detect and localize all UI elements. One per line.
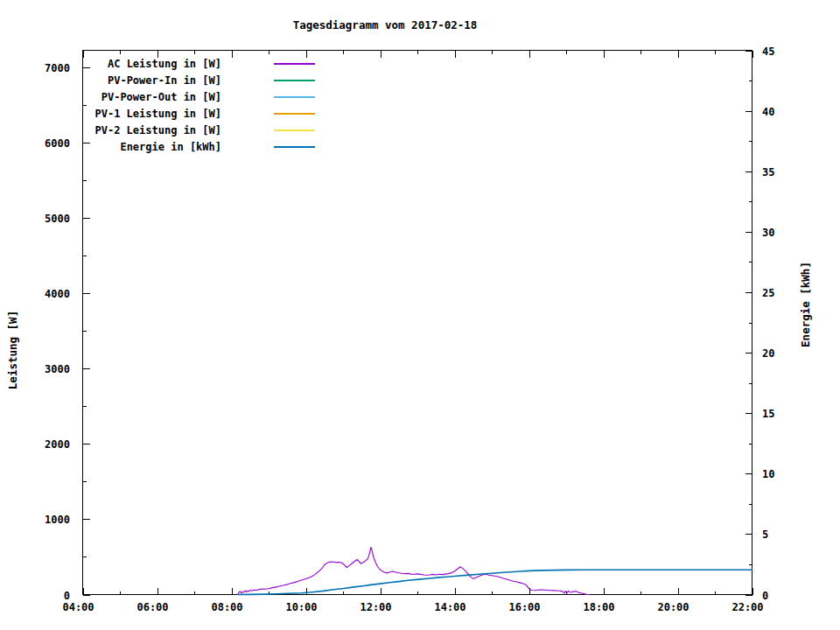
chart-title: Tagesdiagramm vom 2017-02-18 [293, 18, 478, 32]
x-tick-label: 22:00 [732, 601, 763, 613]
legend-entry: PV-1 Leistung in [W] [46, 105, 315, 122]
legend-entry: Energie in [kWh] [46, 138, 315, 155]
y-axis-label-left: Leistung [W] [6, 311, 19, 389]
x-tick-label: 18:00 [583, 601, 614, 613]
legend-line-sample [274, 130, 315, 131]
y-right-tick-label: 5 [762, 528, 768, 541]
x-tick-label: 06:00 [136, 601, 168, 613]
y-right-tick-label: 35 [762, 166, 774, 178]
y-right-tick-label: 30 [762, 227, 774, 239]
y-axis-label-right: Energie [kWh] [799, 262, 812, 347]
y-right-tick-label: 15 [762, 408, 774, 420]
y-right-tick-label: 20 [762, 347, 774, 360]
legend-label: PV-2 Leistung in [W] [46, 124, 221, 136]
legend-line-sample [274, 80, 315, 81]
legend-line-sample [274, 113, 315, 115]
legend-label: PV-Power-Out in [W] [46, 91, 221, 103]
legend-label: PV-1 Leistung in [W] [46, 108, 221, 120]
legend-label: AC Leistung in [W] [46, 58, 221, 70]
legend: AC Leistung in [W]PV-Power-In in [W]PV-P… [46, 55, 315, 155]
legend-entry: PV-Power-Out in [W] [46, 88, 315, 105]
legend-entry: PV-2 Leistung in [W] [46, 122, 315, 138]
legend-line-sample [274, 96, 315, 98]
chart-canvas: 04:0006:0008:0010:0012:0014:0016:0018:00… [0, 0, 840, 630]
y-left-tick-label: 5000 [45, 213, 70, 225]
series-line-energie-in-kwh- [238, 570, 752, 594]
x-tick-label: 10:00 [285, 601, 317, 613]
y-right-tick-label: 10 [762, 468, 774, 480]
x-tick-label: 14:00 [434, 601, 466, 613]
legend-label: PV-Power-In in [W] [46, 74, 221, 87]
y-right-tick-label: 25 [762, 287, 774, 299]
x-tick-label: 20:00 [657, 601, 689, 613]
y-right-tick-label: 45 [762, 46, 774, 58]
legend-entry: AC Leistung in [W] [46, 55, 315, 72]
x-tick-label: 08:00 [211, 601, 242, 613]
y-right-tick-label: 0 [762, 590, 768, 602]
y-left-tick-label: 1000 [45, 514, 70, 526]
y-left-tick-label: 4000 [45, 288, 70, 300]
y-right-tick-label: 40 [762, 106, 774, 118]
y-left-tick-label: 3000 [45, 363, 70, 375]
legend-line-sample [274, 63, 315, 65]
legend-line-sample [274, 146, 315, 148]
y-left-tick-label: 2000 [45, 438, 70, 451]
x-tick-label: 12:00 [360, 601, 391, 613]
y-left-tick-label: 0 [64, 590, 70, 602]
legend-label: Energie in [kWh] [46, 141, 221, 153]
x-tick-label: 04:00 [62, 601, 94, 613]
legend-entry: PV-Power-In in [W] [46, 72, 315, 88]
x-tick-label: 16:00 [508, 601, 540, 613]
